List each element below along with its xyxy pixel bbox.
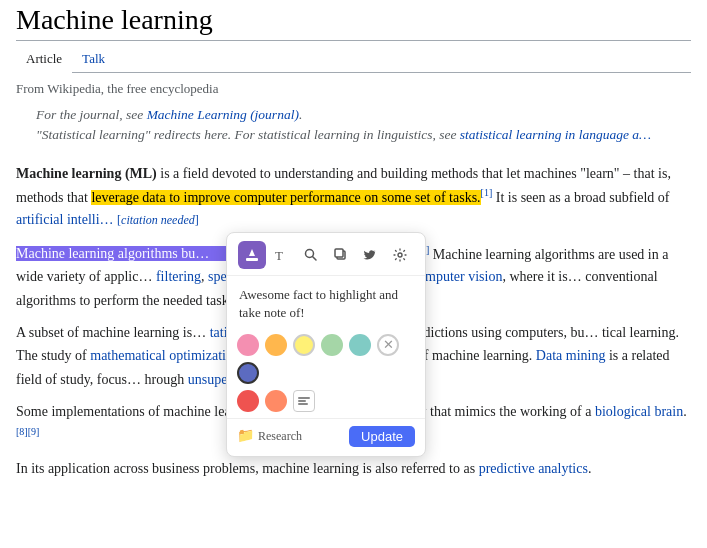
popup-toolbar: T (227, 233, 425, 276)
color-teal[interactable] (349, 334, 371, 356)
from-wiki-label: From Wikipedia, the free encyclopedia (16, 81, 691, 97)
highlight-popup: T Awesome fact to highlight and take not… (226, 232, 426, 457)
popup-search-icon[interactable] (297, 241, 325, 269)
popup-copy-icon[interactable] (327, 241, 355, 269)
tab-article[interactable]: Article (16, 47, 72, 73)
paragraph-2-container: Machine learning algorithms bu… …o so.[2… (16, 242, 691, 312)
tabs-bar: Article Talk (16, 41, 691, 73)
hatnote-2: "Statistical learning" redirects here. F… (16, 127, 691, 143)
popup-twitter-icon[interactable] (356, 241, 384, 269)
svg-rect-5 (335, 249, 343, 257)
page-title: Machine learning (16, 0, 691, 41)
popup-footer: 📁 Research Update (227, 418, 425, 455)
color-red[interactable] (237, 390, 259, 412)
popup-note-text: Awesome fact to highlight and take note … (227, 276, 425, 330)
paragraph-5: In its application across business probl… (16, 458, 691, 480)
link-ai[interactable]: artificial intelli… (16, 212, 114, 227)
color-salmon[interactable] (265, 390, 287, 412)
popup-folder-label: 📁 Research (237, 425, 302, 447)
hatnote-journal-link[interactable]: Machine Learning (journal) (147, 107, 299, 122)
color-yellow[interactable] (293, 334, 315, 356)
color-blue[interactable] (237, 362, 259, 384)
folder-icon: 📁 (237, 425, 254, 447)
popup-update-button[interactable]: Update (349, 426, 415, 447)
color-green[interactable] (321, 334, 343, 356)
color-orange[interactable] (265, 334, 287, 356)
link-bio-brain[interactable]: biological brain (595, 404, 683, 419)
hatnote-stats-link[interactable]: statistical learning in language a… (460, 127, 651, 142)
svg-rect-8 (298, 400, 306, 402)
popup-extra-icon[interactable] (293, 390, 315, 412)
popup-highlight-icon[interactable] (238, 241, 266, 269)
svg-rect-0 (246, 258, 258, 261)
hatnote-1: For the journal, see Machine Learning (j… (16, 107, 691, 123)
link-predictive[interactable]: predictive analytics (479, 461, 588, 476)
highlight-yellow-span: leverage data to improve computer perfor… (91, 190, 480, 205)
svg-point-6 (398, 253, 402, 257)
tab-talk[interactable]: Talk (72, 47, 115, 72)
citation-needed: [citation needed] (117, 213, 199, 227)
color-pink[interactable] (237, 334, 259, 356)
svg-line-3 (313, 256, 317, 260)
popup-folder-name: Research (258, 427, 302, 446)
svg-rect-9 (298, 403, 308, 405)
popup-text-icon[interactable]: T (267, 241, 295, 269)
popup-colors-row: ✕ (227, 330, 425, 390)
paragraph-1: Machine learning (ML) is a field devoted… (16, 163, 691, 232)
svg-text:T: T (275, 248, 283, 263)
link-filtering[interactable]: filtering (156, 269, 201, 284)
link-data-mining[interactable]: Data mining (536, 348, 606, 363)
popup-settings-icon[interactable] (386, 241, 414, 269)
svg-rect-7 (298, 397, 310, 399)
link-math-opt[interactable]: mathematical optimization (90, 348, 240, 363)
color-remove[interactable]: ✕ (377, 334, 399, 356)
